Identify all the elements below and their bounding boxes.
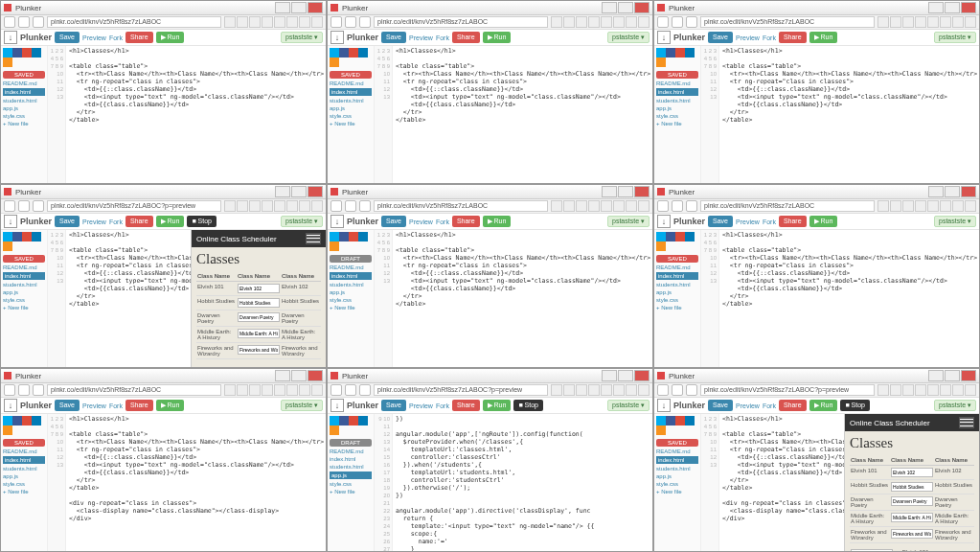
ext-icon[interactable]	[563, 16, 575, 28]
facebook-icon[interactable]	[12, 232, 22, 242]
ext-icon[interactable]	[952, 16, 964, 28]
file-item[interactable]: students.html	[330, 464, 372, 470]
facebook-icon[interactable]	[12, 48, 22, 58]
ext-icon[interactable]	[274, 16, 285, 28]
minimize-button[interactable]	[928, 2, 944, 13]
ext-icon[interactable]	[877, 200, 889, 212]
file-item[interactable]: style.css	[330, 297, 372, 303]
gplus-icon[interactable]	[22, 416, 32, 426]
back-button[interactable]	[657, 200, 669, 212]
ext-icon[interactable]	[927, 16, 939, 28]
linkedin-icon[interactable]	[685, 416, 695, 426]
fork-link[interactable]: Fork	[109, 218, 123, 225]
close-button[interactable]	[961, 186, 976, 197]
back-button[interactable]	[657, 384, 669, 396]
ext-icon[interactable]	[890, 200, 901, 212]
run-button[interactable]: ▶ Run	[483, 32, 512, 43]
file-item[interactable]: README.md	[3, 80, 45, 86]
close-button[interactable]	[634, 2, 650, 13]
save-button[interactable]: Save	[381, 32, 406, 43]
gplus-icon[interactable]	[22, 48, 32, 58]
gplus-icon[interactable]	[675, 416, 685, 426]
save-button[interactable]: Save	[381, 216, 406, 227]
url-input[interactable]: plnkr.co/edit/knvVz5hRf8sz7zLABOC?p=prev…	[700, 384, 875, 396]
menu-icon[interactable]	[306, 233, 321, 244]
class-name-input[interactable]	[891, 468, 933, 477]
reload-button[interactable]	[359, 384, 371, 396]
url-input[interactable]: plnkr.co/edit/knvVz5hRf8sz7zLABOC?p=prev…	[374, 384, 548, 396]
ext-icon[interactable]	[286, 16, 298, 28]
class-name-input[interactable]	[238, 345, 280, 355]
minimize-button[interactable]	[275, 370, 290, 381]
ext-icon[interactable]	[551, 200, 562, 212]
fork-link[interactable]: Fork	[436, 34, 449, 41]
minimize-button[interactable]	[602, 2, 617, 13]
ext-icon[interactable]	[965, 16, 976, 28]
forward-button[interactable]	[18, 384, 30, 396]
share-button[interactable]: Share	[125, 32, 153, 43]
save-button[interactable]: Save	[708, 400, 733, 411]
ext-icon[interactable]	[588, 200, 600, 212]
facebook-icon[interactable]	[666, 232, 675, 242]
back-button[interactable]	[330, 200, 342, 212]
maximize-button[interactable]	[618, 2, 633, 13]
user-badge[interactable]: pstastste ▾	[607, 216, 650, 227]
close-button[interactable]	[961, 370, 976, 381]
code-content[interactable]: }) angular.module('app',['ngRoute']).con…	[393, 414, 652, 551]
reload-button[interactable]	[686, 384, 697, 396]
new-file-link[interactable]: + New file	[330, 121, 372, 126]
ext-icon[interactable]	[563, 384, 575, 396]
ext-icon[interactable]	[638, 200, 650, 212]
share-icon[interactable]	[3, 426, 12, 435]
share-icon[interactable]	[330, 242, 339, 251]
user-badge[interactable]: pstastste ▾	[281, 400, 323, 411]
reload-button[interactable]	[33, 200, 44, 212]
ext-icon[interactable]	[274, 384, 285, 396]
file-item[interactable]: index.html	[330, 88, 372, 96]
ext-icon[interactable]	[965, 200, 976, 212]
file-item[interactable]: README.md	[3, 448, 45, 454]
run-button[interactable]: ▶ Run	[809, 216, 838, 227]
share-button[interactable]: Share	[779, 32, 807, 43]
gplus-icon[interactable]	[349, 48, 358, 58]
preview-link[interactable]: Preview	[82, 34, 106, 41]
share-icon[interactable]	[656, 426, 666, 435]
preview-link[interactable]: Preview	[82, 218, 106, 225]
minimize-button[interactable]	[928, 370, 944, 381]
maximize-button[interactable]	[618, 186, 633, 197]
ext-icon[interactable]	[877, 16, 889, 28]
ext-icon[interactable]	[563, 200, 575, 212]
file-item[interactable]: app.js	[656, 289, 698, 295]
fork-link[interactable]: Fork	[109, 402, 123, 409]
code-editor[interactable]: 1 2 3 4 5 6 7 8 9 10 11 12 13<h1>Classes…	[701, 414, 844, 551]
new-file-link[interactable]: + New file	[330, 305, 372, 310]
preview-link[interactable]: Preview	[82, 402, 106, 409]
class-name-input[interactable]	[238, 284, 280, 293]
twitter-icon[interactable]	[330, 48, 339, 58]
ext-icon[interactable]	[262, 200, 273, 212]
file-item[interactable]: style.css	[656, 297, 698, 303]
twitter-icon[interactable]	[656, 48, 666, 58]
twitter-icon[interactable]	[3, 48, 12, 58]
save-button[interactable]: Save	[55, 216, 80, 227]
display-input[interactable]	[851, 549, 893, 551]
ext-icon[interactable]	[915, 200, 926, 212]
url-input[interactable]: plnkr.co/edit/knvVz5hRf8sz7zLABOC	[700, 200, 875, 212]
forward-button[interactable]	[345, 200, 356, 212]
forward-button[interactable]	[345, 384, 356, 396]
file-item[interactable]: students.html	[3, 282, 45, 288]
ext-icon[interactable]	[262, 384, 273, 396]
user-badge[interactable]: pstastste ▾	[607, 400, 650, 411]
menu-icon[interactable]	[959, 417, 974, 428]
ext-icon[interactable]	[940, 384, 951, 396]
file-item[interactable]: index.html	[3, 456, 45, 464]
close-button[interactable]	[634, 186, 650, 197]
url-input[interactable]: plnkr.co/edit/knvVz5hRf8sz7zLABOC	[47, 384, 221, 396]
code-editor[interactable]: 1 2 3 4 5 6 7 8 9 10 11 12 13<h1>Classes…	[48, 46, 326, 183]
fork-link[interactable]: Fork	[763, 218, 776, 225]
code-editor[interactable]: 9 10 11 12 13 14 15 16 17 18 19 20 21 22…	[375, 414, 652, 551]
ext-icon[interactable]	[588, 16, 600, 28]
file-item[interactable]: style.css	[3, 113, 45, 119]
class-name-input[interactable]	[891, 529, 933, 539]
ext-icon[interactable]	[249, 384, 261, 396]
